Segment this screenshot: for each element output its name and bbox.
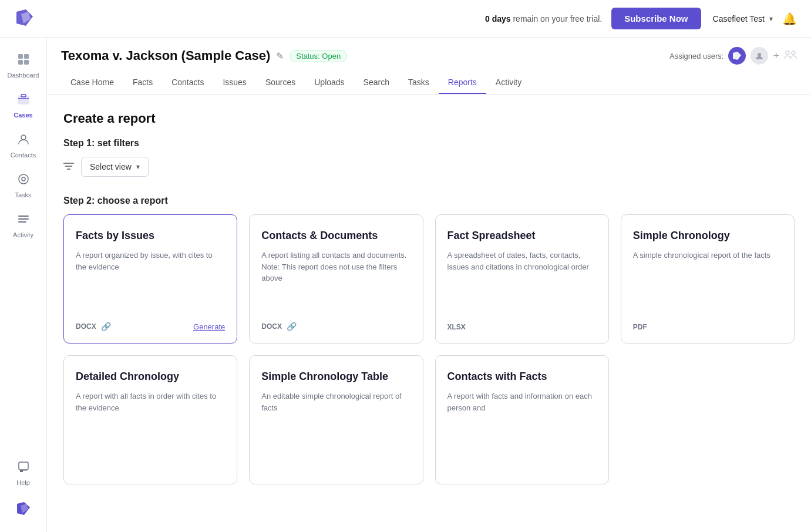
activity-icon [17,213,30,229]
report-card-contacts-with-facts[interactable]: Contacts with Facts A report with facts … [435,355,609,484]
sidebar-item-cases[interactable]: Cases [4,87,43,124]
svg-point-10 [19,174,28,184]
tab-reports[interactable]: Reports [439,72,486,94]
svg-rect-13 [18,218,29,220]
link-icon: 🔗 [287,322,297,331]
case-title: Texoma v. Jackson (Sample Case) [61,48,270,63]
assigned-users-section: Assigned users: + [669,47,797,65]
card-description: A report with facts and information on e… [447,390,597,465]
sidebar-item-dashboard[interactable]: Dashboard [4,47,43,85]
card-title: Simple Chronology [633,229,782,243]
svg-rect-5 [24,60,29,65]
tab-activity[interactable]: Activity [486,72,531,94]
sidebar-item-contacts[interactable]: Contacts [4,127,43,164]
case-header: Texoma v. Jackson (Sample Case) ✎ Status… [47,38,811,95]
sidebar-item-contacts-label: Contacts [11,151,36,159]
card-footer: PDF [633,323,782,331]
step1-section: Step 1: set filters Select view ▾ [63,138,795,177]
report-card-contacts-documents[interactable]: Contacts & Documents A report listing al… [249,214,423,344]
help-icon [17,460,30,477]
select-view-chevron-icon: ▾ [136,163,140,171]
card-description: A report with all facts in order with ci… [76,390,225,465]
svg-rect-7 [21,95,26,97]
card-format: DOCX [261,322,282,331]
svg-rect-4 [18,60,23,65]
tab-case-home[interactable]: Case Home [61,72,123,94]
step2-section: Step 2: choose a report Facts by Issues … [63,196,795,484]
user-name: Casefleet Test [713,14,765,23]
subscribe-button[interactable]: Subscribe Now [611,8,701,29]
sidebar: Dashboard Cases [0,38,47,532]
card-description: A simple chronological report of the fac… [633,250,782,316]
card-footer: DOCX 🔗 Generate [76,322,225,331]
svg-point-11 [22,177,25,181]
page-content: Create a report Step 1: set filters [47,95,811,532]
sidebar-item-activity[interactable]: Activity [4,207,43,244]
svg-rect-2 [18,54,23,59]
svg-rect-14 [18,221,26,223]
svg-point-9 [21,135,26,140]
page-title: Create a report [63,111,795,126]
trial-info: 0 days remain on your free trial. [485,14,602,23]
sidebar-item-tasks[interactable]: Tasks [4,167,43,204]
dashboard-icon [17,53,30,69]
sidebar-item-cases-label: Cases [14,112,32,119]
sidebar-item-help[interactable]: Help [4,454,43,492]
tasks-icon [17,173,30,189]
card-description: A report organized by issue, with cites … [76,250,225,315]
card-format: PDF [633,323,647,331]
report-card-detailed-chronology[interactable]: Detailed Chronology A report with all fa… [63,355,237,484]
avatar-user [751,47,768,65]
select-view-button[interactable]: Select view ▾ [81,157,149,177]
svg-rect-15 [19,462,28,470]
tab-tasks[interactable]: Tasks [399,72,439,94]
card-title: Facts by Issues [76,229,225,243]
status-badge: Status: Open [290,50,347,62]
card-description: A report listing all contacts and docume… [261,250,410,315]
report-card-simple-chronology[interactable]: Simple Chronology A simple chronological… [621,214,795,344]
svg-point-22 [786,51,789,55]
sidebar-item-help-label: Help [16,479,30,486]
tab-issues[interactable]: Issues [213,72,255,94]
nav-tabs: Case Home Facts Contacts Issues Sources … [61,72,797,94]
tab-facts[interactable]: Facts [123,72,162,94]
card-format: XLSX [447,323,466,331]
sidebar-item-activity-label: Activity [13,231,33,238]
report-cards-grid-row2: Detailed Chronology A report with all fa… [63,355,795,484]
filter-icon[interactable] [63,161,74,173]
card-footer: DOCX 🔗 [261,322,410,331]
generate-link[interactable]: Generate [193,322,225,331]
cases-icon [17,93,30,109]
report-card-simple-chronology-table[interactable]: Simple Chronology Table An editable simp… [249,355,423,484]
svg-rect-3 [24,54,29,59]
svg-marker-20 [733,52,741,60]
card-description: An editable simple chronological report … [261,390,410,465]
sidebar-item-dashboard-label: Dashboard [8,72,39,79]
manage-users-icon[interactable] [784,49,797,63]
tab-sources[interactable]: Sources [256,72,305,94]
select-view-label: Select view [90,162,132,171]
svg-point-21 [758,53,761,56]
card-title: Contacts with Facts [447,370,597,383]
svg-rect-12 [18,216,29,217]
step2-title: Step 2: choose a report [63,196,795,206]
tab-search[interactable]: Search [354,72,399,94]
add-user-button[interactable]: + [773,50,779,62]
sidebar-item-tasks-label: Tasks [15,191,31,198]
tab-uploads[interactable]: Uploads [305,72,354,94]
report-card-facts-by-issues[interactable]: Facts by Issues A report organized by is… [63,214,237,344]
notifications-icon[interactable]: 🔔 [782,12,797,26]
logo[interactable] [14,7,35,30]
report-card-fact-spreadsheet[interactable]: Fact Spreadsheet A spreadsheet of dates,… [435,214,609,344]
card-title: Contacts & Documents [261,229,410,243]
tab-contacts[interactable]: Contacts [162,72,213,94]
card-title: Detailed Chronology [76,370,225,383]
assigned-label: Assigned users: [669,52,724,60]
contacts-icon [17,133,30,149]
sidebar-item-brand [4,494,43,523]
card-footer: XLSX [447,323,597,331]
user-menu[interactable]: Casefleet Test ▾ [713,14,773,23]
edit-icon[interactable]: ✎ [276,50,284,62]
card-title: Fact Spreadsheet [447,229,597,243]
chevron-down-icon: ▾ [769,15,773,23]
